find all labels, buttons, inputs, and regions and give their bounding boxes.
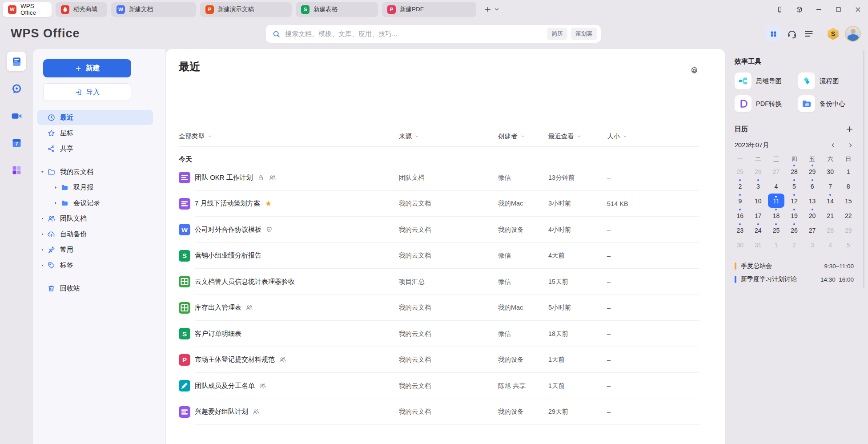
tool-3[interactable]: 备份中心 [798, 95, 854, 112]
sidebar-item-10[interactable]: 回收站 [37, 281, 153, 296]
calendar-day[interactable]: 27 [767, 164, 785, 179]
calendar-day[interactable]: 2 [731, 179, 749, 194]
sidebar-item-9[interactable]: 标签 [37, 258, 153, 273]
caret-right-icon[interactable] [40, 247, 45, 252]
file-row-0[interactable]: 团队 OKR 工作计划 团队文档 微信 13分钟前 – [166, 165, 725, 191]
calendar-day[interactable]: 14 [821, 194, 840, 208]
file-row-1[interactable]: 7 月线下活动策划方案 我的云文档 我的Mac 3小时前 514 KB [166, 191, 725, 217]
file-row-9[interactable]: 兴趣爱好组队计划 我的云文档 我的设备 29天前 – [166, 399, 725, 425]
calendar-day[interactable]: 28 [821, 223, 840, 238]
file-row-6[interactable]: S 客户订单明细表 我的云文档 微信 18天前 – [166, 321, 725, 347]
tab-5[interactable]: P 新建PDF [382, 2, 476, 17]
search-tag-resume[interactable]: 简历 [547, 28, 567, 40]
rail-item-docs[interactable] [7, 52, 26, 71]
close-icon[interactable] [854, 6, 862, 13]
sidebar-item-6[interactable]: 团队文档 [37, 211, 153, 226]
calendar-day[interactable]: 7 [821, 179, 840, 194]
scrollbar[interactable] [863, 50, 864, 288]
maximize-icon[interactable] [835, 6, 842, 13]
rail-item-apps[interactable] [7, 160, 26, 180]
calendar-day[interactable]: 3 [749, 179, 768, 194]
mobile-view-icon[interactable] [776, 6, 784, 13]
search-tag-plan[interactable]: 策划案 [571, 28, 597, 40]
caret-right-icon[interactable] [40, 216, 45, 221]
sidebar-item-5[interactable]: 会议记录 [37, 195, 166, 210]
calendar-day[interactable]: 24 [749, 223, 768, 238]
calendar-day[interactable]: 26 [785, 223, 804, 238]
calendar-day-selected[interactable]: 11 [767, 194, 785, 208]
sidebar-item-4[interactable]: 双月报 [37, 180, 166, 195]
support-headset-icon[interactable] [786, 28, 798, 40]
filter-4[interactable]: 大小 [607, 132, 627, 141]
calendar-day[interactable]: 30 [821, 164, 840, 179]
tab-3[interactable]: P 新建演示文稿 [200, 2, 292, 17]
calendar-day[interactable]: 23 [731, 223, 749, 238]
calendar-event-0[interactable]: 季度总结会 9:30–11:00 [735, 259, 854, 273]
rail-item-meeting[interactable] [7, 106, 26, 125]
rail-item-chat[interactable] [7, 79, 26, 98]
filter-0[interactable]: 全部类型 [179, 132, 212, 141]
calendar-day[interactable]: 1 [767, 238, 785, 252]
svip-badge[interactable]: S [827, 28, 839, 40]
tool-2[interactable]: PDF转换 [735, 95, 798, 112]
calendar-day[interactable]: 31 [749, 238, 768, 252]
calendar-day[interactable]: 28 [785, 164, 804, 179]
tool-0[interactable]: 思维导图 [735, 73, 798, 89]
sidebar-item-7[interactable]: 自动备份 [37, 226, 153, 242]
calendar-event-1[interactable]: 新季度学习计划讨论 14:30–16:00 [735, 273, 854, 286]
menu-icon[interactable] [803, 28, 815, 40]
tab-4[interactable]: S 新建表格 [296, 2, 378, 17]
calendar-day[interactable]: 27 [803, 223, 821, 238]
calendar-day[interactable]: 25 [731, 164, 749, 179]
calendar-day[interactable]: 8 [839, 179, 857, 194]
calendar-day[interactable]: 29 [839, 223, 857, 238]
prev-month-icon[interactable] [830, 142, 836, 149]
tab-list-caret-icon[interactable] [494, 6, 500, 12]
sidebar-item-2[interactable]: 共享 [37, 141, 153, 156]
file-row-2[interactable]: W 公司对外合作协议模板 我的云文档 我的设备 4小时前 – [166, 217, 725, 243]
calendar-day[interactable]: 6 [803, 179, 821, 194]
calendar-day[interactable]: 19 [785, 208, 804, 223]
import-button[interactable]: 导入 [43, 83, 131, 101]
calendar-day[interactable]: 9 [731, 194, 749, 208]
new-tab-plus-icon[interactable] [484, 5, 492, 13]
workspace-icon[interactable] [796, 6, 803, 13]
sidebar-item-1[interactable]: 星标 [37, 125, 153, 141]
calendar-day[interactable]: 20 [803, 208, 821, 223]
caret-right-icon[interactable] [53, 201, 58, 206]
sidebar-item-3[interactable]: 我的云文档 [37, 164, 153, 179]
calendar-day[interactable]: 21 [821, 208, 840, 223]
calendar-day[interactable]: 4 [767, 179, 785, 194]
apps-grid-button[interactable] [766, 26, 781, 41]
filter-2[interactable]: 创建者 [498, 132, 525, 141]
calendar-day[interactable]: 15 [839, 194, 857, 208]
calendar-day[interactable]: 2 [785, 238, 804, 252]
filter-1[interactable]: 来源 [399, 132, 419, 141]
calendar-day[interactable]: 5 [785, 179, 804, 194]
calendar-day[interactable]: 22 [839, 208, 857, 223]
user-avatar[interactable] [845, 26, 861, 42]
calendar-day[interactable]: 1 [839, 164, 857, 179]
calendar-day[interactable]: 17 [749, 208, 768, 223]
sidebar-item-8[interactable]: 常用 [37, 242, 153, 257]
rail-item-calendar[interactable]: 7 [7, 133, 26, 153]
calendar-day[interactable]: 13 [803, 194, 821, 208]
file-row-8[interactable]: 团队成员及分工名单 我的云文档 陈旭 共享 1天前 – [166, 373, 725, 399]
new-document-button[interactable]: 新建 [43, 59, 131, 77]
file-row-3[interactable]: S 营销小组业绩分析报告 我的云文档 微信 4天前 – [166, 243, 725, 269]
gear-icon[interactable] [690, 66, 699, 75]
calendar-day[interactable]: 18 [767, 208, 785, 223]
file-row-4[interactable]: 云文档管人员信息统计表理器验收 项目汇总 微信 15天前 – [166, 269, 725, 295]
calendar-day[interactable]: 5 [839, 238, 857, 252]
tool-1[interactable]: 流程图 [798, 73, 854, 89]
add-event-icon[interactable] [845, 125, 854, 133]
caret-right-icon[interactable] [40, 263, 45, 268]
next-month-icon[interactable] [847, 142, 854, 149]
calendar-day[interactable]: 30 [731, 238, 749, 252]
caret-down-icon[interactable] [40, 170, 45, 174]
tab-2[interactable]: W 新建文档 [111, 2, 196, 17]
calendar-day[interactable]: 10 [749, 194, 768, 208]
tab-1[interactable]: 稻壳商城 [56, 2, 107, 17]
calendar-day[interactable]: 4 [821, 238, 840, 252]
minimize-icon[interactable] [815, 6, 823, 13]
